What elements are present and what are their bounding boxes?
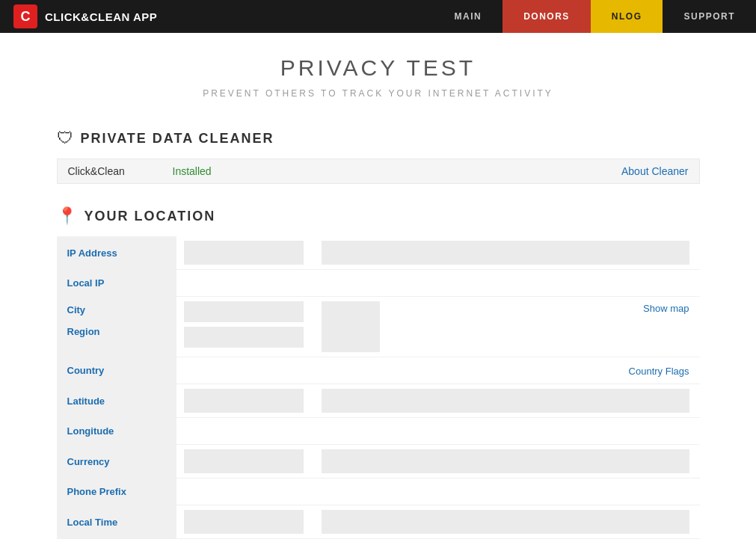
nav-links: MAIN DONORS NLOG SUPPORT <box>433 0 756 33</box>
location-section-header: 📍 YOUR LOCATION <box>57 206 700 226</box>
region-label: Region <box>67 326 166 337</box>
cleaner-row: Click&Clean Installed About Cleaner <box>57 158 700 184</box>
local-time-info-cell <box>311 505 700 539</box>
city-region-value-cell <box>176 297 311 357</box>
cleaner-section-title: PRIVATE DATA CLEANER <box>81 131 274 147</box>
table-row: Currency <box>57 445 700 478</box>
table-row: Local Time <box>57 505 700 539</box>
nav-support[interactable]: SUPPORT <box>663 0 756 33</box>
region-value-box <box>184 327 304 348</box>
longitude-value-cell <box>176 418 311 445</box>
local-time-info-box <box>322 510 689 534</box>
country-value-cell <box>176 357 311 384</box>
cleaner-section-header: 🛡 PRIVATE DATA CLEANER <box>57 129 700 148</box>
page-title: PRIVACY TEST <box>57 55 700 81</box>
currency-info-cell <box>311 445 700 478</box>
ip-address-value-box <box>184 241 304 265</box>
cleaner-status: Installed <box>173 165 621 177</box>
country-label: Country <box>57 357 176 384</box>
city-label: City <box>67 304 166 316</box>
location-table: IP Address Local IP City Reg <box>57 236 700 539</box>
nav-donors[interactable]: DONORS <box>503 0 591 33</box>
nav-main[interactable]: MAIN <box>433 0 503 33</box>
location-section-title: YOUR LOCATION <box>84 209 216 224</box>
phone-prefix-value-cell <box>176 478 311 505</box>
logo-text: CLICK&CLEAN APP <box>45 10 157 23</box>
show-map-link[interactable]: Show map <box>643 303 689 314</box>
ip-address-value-cell <box>176 236 311 270</box>
latitude-label: Latitude <box>57 384 176 418</box>
city-region-info-box <box>322 301 380 352</box>
table-row: Local IP <box>57 270 700 297</box>
ip-address-info-box <box>322 241 689 265</box>
logo-link[interactable]: C CLICK&CLEAN APP <box>0 4 170 28</box>
currency-value-box <box>184 449 304 473</box>
about-cleaner-link[interactable]: About Cleaner <box>621 165 689 177</box>
currency-label: Currency <box>57 445 176 478</box>
latitude-info-box <box>322 389 689 413</box>
local-ip-value-cell <box>176 270 311 297</box>
table-row: Phone Prefix <box>57 478 700 505</box>
country-action-cell: Country Flags <box>390 357 700 384</box>
country-flags-link[interactable]: Country Flags <box>629 366 689 377</box>
main-content: PRIVACY TEST PREVENT OTHERS TO TRACK YOU… <box>42 33 715 554</box>
phone-prefix-info-cell <box>311 478 700 505</box>
currency-info-box <box>322 449 689 473</box>
logo-icon: C <box>13 4 37 28</box>
pin-icon: 📍 <box>57 206 77 226</box>
latitude-info-cell <box>311 384 700 418</box>
longitude-info-cell <box>311 418 700 445</box>
currency-value-cell <box>176 445 311 478</box>
table-row: IP Address <box>57 236 700 270</box>
city-region-action-cell: Show map <box>390 297 700 357</box>
latitude-value-box <box>184 389 304 413</box>
page-subtitle: PREVENT OTHERS TO TRACK YOUR INTERNET AC… <box>57 88 700 99</box>
longitude-label: Longitude <box>57 418 176 445</box>
local-time-label: Local Time <box>57 505 176 539</box>
local-time-value-cell <box>176 505 311 539</box>
cleaner-name: Click&Clean <box>68 165 173 177</box>
country-info-cell <box>311 357 390 384</box>
local-time-value-box <box>184 510 304 534</box>
nav-nlog[interactable]: NLOG <box>591 0 663 33</box>
phone-prefix-label: Phone Prefix <box>57 478 176 505</box>
table-row: Country Country Flags <box>57 357 700 384</box>
local-ip-label: Local IP <box>57 270 176 297</box>
city-value-box <box>184 301 304 322</box>
city-region-info-cell <box>311 297 390 357</box>
table-row: Latitude <box>57 384 700 418</box>
latitude-value-cell <box>176 384 311 418</box>
ip-address-label: IP Address <box>57 236 176 270</box>
city-region-label: City Region <box>57 297 176 357</box>
ip-address-info-cell <box>311 236 700 270</box>
navigation: C CLICK&CLEAN APP MAIN DONORS NLOG SUPPO… <box>0 0 756 33</box>
table-row: City Region Show map <box>57 297 700 357</box>
table-row: Longitude <box>57 418 700 445</box>
shield-icon: 🛡 <box>57 129 73 148</box>
local-ip-info-cell <box>311 270 700 297</box>
